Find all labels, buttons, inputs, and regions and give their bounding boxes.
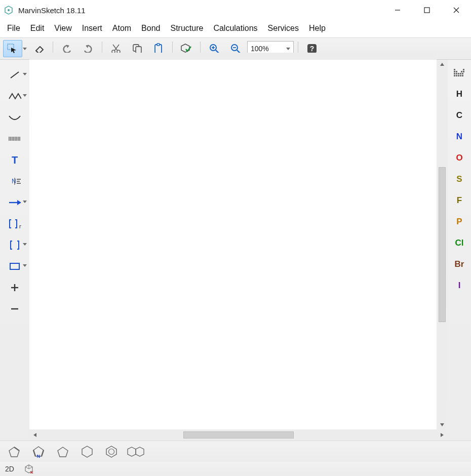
clean-3d-button[interactable] xyxy=(24,464,33,473)
atom-s-button[interactable]: S xyxy=(451,171,467,187)
menu-insert[interactable]: Insert xyxy=(77,22,107,36)
increase-charge-tool[interactable] xyxy=(0,280,29,296)
selection-tool-dropdown[interactable] xyxy=(22,48,27,50)
chevron-down-icon xyxy=(23,264,27,267)
app-icon xyxy=(4,6,13,15)
svg-marker-70 xyxy=(106,446,116,457)
single-bond-tool[interactable] xyxy=(0,67,29,83)
hscroll-track[interactable] xyxy=(41,431,437,439)
minimize-button[interactable] xyxy=(383,0,412,20)
left-toolbar: T N n xyxy=(0,60,29,441)
svg-line-65 xyxy=(42,450,44,456)
menu-help[interactable]: Help xyxy=(304,22,331,36)
horizontal-scrollbar[interactable] xyxy=(29,429,448,441)
menu-bond[interactable]: Bond xyxy=(136,22,165,36)
decrease-charge-tool[interactable] xyxy=(0,301,29,317)
workspace: T N n xyxy=(0,60,471,441)
rectangle-tool[interactable] xyxy=(0,258,29,274)
svg-line-63 xyxy=(14,447,19,451)
scroll-right-arrow[interactable] xyxy=(437,430,448,440)
svg-rect-49 xyxy=(456,71,457,72)
template-benzene[interactable] xyxy=(102,444,121,459)
hscroll-thumb[interactable] xyxy=(183,431,294,439)
atom-i-button[interactable]: I xyxy=(451,277,467,294)
svg-rect-3 xyxy=(424,8,429,13)
svg-rect-60 xyxy=(460,75,461,76)
scroll-left-arrow[interactable] xyxy=(29,430,41,440)
menu-file[interactable]: File xyxy=(2,22,25,36)
template-cyclopentadiene[interactable] xyxy=(5,444,23,459)
menu-calculations[interactable]: Calculations xyxy=(208,22,262,36)
svg-rect-58 xyxy=(456,75,457,76)
atom-p-button[interactable]: P xyxy=(451,214,467,230)
polymer-bracket-tool[interactable]: n xyxy=(0,216,29,232)
atom-symbol: P xyxy=(456,217,462,227)
atom-symbol: Br xyxy=(455,259,464,269)
svg-line-25 xyxy=(11,72,19,78)
drawing-canvas[interactable] xyxy=(29,60,437,429)
chevron-down-icon xyxy=(23,94,27,97)
menu-atom[interactable]: Atom xyxy=(107,22,136,36)
svg-marker-62 xyxy=(9,447,19,457)
template-naphthalene[interactable] xyxy=(127,444,145,459)
svg-rect-53 xyxy=(456,73,457,74)
svg-rect-54 xyxy=(458,73,459,74)
atom-name-tool[interactable]: N xyxy=(0,173,29,189)
svg-text:N: N xyxy=(12,178,16,185)
vscroll-thumb[interactable] xyxy=(439,167,446,322)
atom-f-button[interactable]: F xyxy=(451,192,467,209)
template-cyclohexane[interactable] xyxy=(78,444,96,459)
template-toolbar: N xyxy=(0,441,471,462)
chevron-down-icon xyxy=(23,243,27,246)
atom-symbol: S xyxy=(456,174,462,184)
atom-n-button[interactable]: N xyxy=(451,129,467,145)
close-button[interactable] xyxy=(442,0,471,20)
menu-edit[interactable]: Edit xyxy=(25,22,50,36)
periodic-table-button[interactable] xyxy=(451,65,467,81)
template-pyrrole[interactable]: N xyxy=(29,444,48,459)
arrow-tool[interactable] xyxy=(0,194,29,211)
svg-rect-55 xyxy=(460,73,461,74)
svg-rect-50 xyxy=(461,71,462,72)
menu-bar: File Edit View Insert Atom Bond Structur… xyxy=(0,20,471,37)
svg-rect-59 xyxy=(458,75,459,76)
atom-c-button[interactable]: C xyxy=(451,107,467,124)
svg-rect-51 xyxy=(463,71,464,72)
atom-symbol: Cl xyxy=(455,238,464,248)
svg-rect-46 xyxy=(454,69,455,70)
svg-marker-68 xyxy=(58,447,68,457)
window-title: MarvinSketch 18.11 xyxy=(18,6,86,15)
atom-br-button[interactable]: Br xyxy=(451,256,467,272)
status-bar: 2D xyxy=(0,462,471,476)
wedge-up-tool[interactable] xyxy=(0,109,29,126)
svg-rect-56 xyxy=(462,73,463,74)
svg-rect-47 xyxy=(463,69,464,70)
text-tool[interactable]: T xyxy=(0,152,29,168)
template-cyclopentane[interactable] xyxy=(54,444,72,459)
scroll-down-arrow[interactable] xyxy=(438,420,447,429)
atom-symbol: N xyxy=(456,132,462,142)
view-mode-label[interactable]: 2D xyxy=(5,465,14,473)
vscroll-track[interactable] xyxy=(439,69,446,420)
chain-tool[interactable] xyxy=(0,88,29,104)
group-bracket-tool[interactable] xyxy=(0,237,29,253)
scroll-up-arrow[interactable] xyxy=(438,60,447,69)
svg-rect-57 xyxy=(454,75,455,76)
atom-h-button[interactable]: H xyxy=(451,86,467,102)
atom-cl-button[interactable]: Cl xyxy=(451,235,467,251)
wedge-hash-tool[interactable] xyxy=(0,131,29,147)
menu-services[interactable]: Services xyxy=(263,22,304,36)
menu-structure[interactable]: Structure xyxy=(165,22,208,36)
svg-rect-42 xyxy=(10,263,19,269)
maximize-button[interactable] xyxy=(412,0,442,20)
atom-symbol: F xyxy=(457,195,462,206)
svg-rect-14 xyxy=(157,44,160,46)
title-bar: MarvinSketch 18.11 xyxy=(0,0,471,20)
atom-o-button[interactable]: O xyxy=(451,150,467,166)
selection-tool-button[interactable] xyxy=(3,40,22,57)
chevron-down-icon xyxy=(23,73,27,75)
svg-marker-72 xyxy=(128,447,136,456)
menu-view[interactable]: View xyxy=(49,22,76,36)
vertical-scrollbar[interactable] xyxy=(437,60,448,429)
atom-palette: H C N O S F P Cl Br I xyxy=(448,60,471,441)
